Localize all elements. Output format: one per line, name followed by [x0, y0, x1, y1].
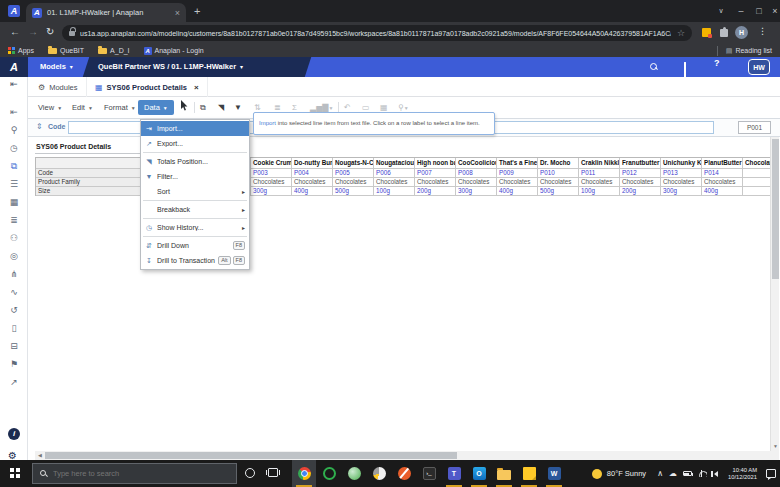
taskbar-search-input[interactable] — [53, 469, 229, 478]
grid-cell[interactable]: P005 — [333, 169, 374, 178]
collapse-formula-icon[interactable]: ⇕ — [36, 122, 43, 131]
reload-button[interactable]: ↻ — [46, 26, 54, 37]
start-button[interactable] — [10, 468, 14, 472]
grid-cell[interactable]: P004 — [292, 169, 333, 178]
column-header-craklin-nikklin[interactable]: Craklin Nikklin — [579, 158, 620, 169]
action-center-icon[interactable] — [766, 469, 776, 478]
modules-tab[interactable]: ⚙ Modules — [38, 77, 78, 97]
vertical-scrollbar-thumb[interactable] — [772, 139, 779, 279]
grid-cell[interactable]: P007 — [415, 169, 456, 178]
new-tab-button[interactable]: + — [194, 6, 200, 17]
grid-cell[interactable]: 300g — [456, 187, 497, 196]
view-menu-button[interactable]: View▼ — [38, 100, 62, 115]
users-icon[interactable]: ⚇ — [0, 229, 28, 247]
list-icon[interactable]: ☰ — [0, 175, 28, 193]
taskbar-app-green-ring-app[interactable] — [317, 460, 341, 487]
menu-item-drill-down[interactable]: ⇵Drill DownF8 — [141, 238, 249, 253]
grid-cell[interactable]: 400g — [292, 187, 333, 196]
grid-cell[interactable]: P006 — [374, 169, 415, 178]
line-items-icon[interactable]: ≣ — [0, 211, 28, 229]
grid-cell[interactable]: P009 — [497, 169, 538, 178]
grid-cell[interactable]: 400g — [497, 187, 538, 196]
bookmark-star-icon[interactable]: ☆ — [677, 28, 685, 38]
window-close-button[interactable]: × — [766, 0, 780, 22]
scroll-left-arrow[interactable]: ◀ — [35, 451, 45, 460]
grid-cell[interactable]: P010 — [538, 169, 579, 178]
browser-tab[interactable]: A 01. L1MP-HWalker | Anaplan × — [26, 3, 186, 22]
column-header-chocolate[interactable]: Chocolate — [743, 158, 771, 169]
grid-cell[interactable]: Chocolates — [497, 178, 538, 187]
grid-cell[interactable]: 300g — [251, 187, 292, 196]
attachment-icon[interactable]: ∿ — [0, 283, 28, 301]
tab-close-icon[interactable]: × — [175, 8, 180, 18]
workspace-selector[interactable]: QueBit Partner WS / 01. L1MP-HWalker▾ — [98, 57, 243, 77]
menu-item-drill-to-transaction[interactable]: ↧Drill to TransactionAltF8 — [141, 253, 249, 268]
menu-item-sort[interactable]: Sort▸ — [141, 184, 249, 199]
models-menu[interactable]: Models▾ — [40, 57, 73, 77]
weather-sun-icon[interactable] — [592, 469, 602, 479]
scroll-down-arrow[interactable]: ▼ — [771, 443, 780, 449]
task-view-icon[interactable] — [268, 468, 278, 477]
select-cursor-icon[interactable] — [180, 100, 188, 115]
user-avatar[interactable]: HW — [748, 59, 770, 75]
bookmark-apps[interactable]: Apps — [8, 47, 34, 54]
column-header-unichunky-kri[interactable]: Unichunky Kri — [661, 158, 702, 169]
grid-cell[interactable]: Chocolates — [292, 178, 333, 187]
grid-cell[interactable]: Chocolates — [333, 178, 374, 187]
taskbar-app-sticky-notes[interactable] — [517, 460, 541, 487]
extension-icon[interactable] — [702, 28, 711, 37]
edit-menu-button[interactable]: Edit▼ — [72, 100, 93, 115]
totals-icon[interactable]: ◥ — [218, 100, 224, 115]
battery-icon[interactable] — [683, 471, 692, 476]
taskbar-app-teams[interactable]: T — [442, 460, 466, 487]
column-header-nougats-n-cre[interactable]: Nougats-N-Cre — [333, 158, 374, 169]
volume-icon[interactable] — [714, 471, 718, 477]
browser-menu-icon[interactable]: ⋮ — [758, 26, 767, 36]
taskbar-app-orange-marker-app[interactable] — [392, 460, 416, 487]
weather-label[interactable]: 80°F Sunny — [607, 469, 646, 478]
menu-item-show-history[interactable]: ◷Show History...▸ — [141, 220, 249, 235]
menu-item-import[interactable]: ⇥Import... — [141, 121, 249, 136]
grid-cell[interactable]: 500g — [333, 187, 374, 196]
window-minimize-button[interactable]: – — [732, 0, 750, 22]
share-icon[interactable]: ↗ — [0, 373, 28, 391]
taskbar-app-outlook[interactable]: O — [467, 460, 491, 487]
menu-item-breakback[interactable]: Breakback▸ — [141, 202, 249, 217]
search-icon[interactable]: ⚲ — [0, 121, 28, 139]
grid-cell[interactable] — [743, 178, 771, 187]
menu-item-totals-position[interactable]: ◥Totals Position... — [141, 154, 249, 169]
grid-cell[interactable]: 100g — [374, 187, 415, 196]
browser-profile-avatar[interactable]: H — [735, 26, 748, 39]
address-bar[interactable]: us1a.app.anaplan.com/a/modeling/customer… — [62, 25, 692, 41]
info-icon[interactable]: i — [8, 428, 20, 440]
active-module-tab[interactable]: ▦ SYS06 Product Details × — [86, 77, 208, 97]
grid-cell[interactable]: P014 — [702, 169, 743, 178]
lock-icon[interactable] — [69, 31, 75, 36]
column-header-franutbutter-k[interactable]: Franutbutter K — [620, 158, 661, 169]
grid-cell[interactable]: P008 — [456, 169, 497, 178]
forward-button[interactable]: → — [28, 26, 38, 37]
vertical-scrollbar[interactable]: ▼ — [770, 137, 779, 452]
grid-cell[interactable]: Chocolates — [415, 178, 456, 187]
grid-cell[interactable]: P013 — [661, 169, 702, 178]
grid-cell[interactable]: 400g — [702, 187, 743, 196]
menu-item-export[interactable]: ↗Export... — [141, 136, 249, 151]
grid-cell[interactable]: 200g — [620, 187, 661, 196]
column-header-nougatacious[interactable]: Nougatacious — [374, 158, 415, 169]
bookmark-a-d-i[interactable]: A_D_I — [98, 47, 129, 54]
grid-cell[interactable]: Chocolates — [661, 178, 702, 187]
horizontal-scrollbar[interactable]: ◀ — [35, 451, 779, 460]
bookmark-icon[interactable]: ⚑ — [0, 355, 28, 373]
bookmark-anaplan-login[interactable]: AAnaplan - Login — [144, 47, 204, 55]
extensions-puzzle-icon[interactable] — [720, 29, 728, 37]
format-menu-button[interactable]: Format▼ — [104, 100, 136, 115]
column-header-coocoolicious[interactable]: CooCoolicious — [456, 158, 497, 169]
history-icon[interactable]: ◷ — [0, 139, 28, 157]
grid-cell[interactable]: Chocolates — [620, 178, 661, 187]
grid-cell[interactable]: Chocolates — [251, 178, 292, 187]
grid-cell[interactable] — [743, 187, 771, 196]
restore-icon[interactable]: ↺ — [0, 301, 28, 319]
network-icon[interactable] — [698, 470, 707, 477]
pages-icon[interactable]: ⧉ — [0, 157, 28, 175]
grid-cell[interactable]: P003 — [251, 169, 292, 178]
